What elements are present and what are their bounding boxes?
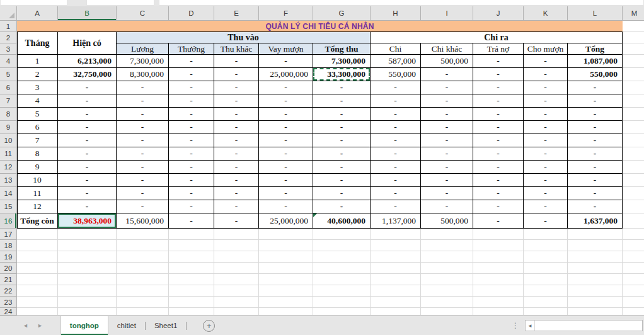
row-header-1[interactable]: 1 (0, 21, 17, 32)
cell-I17[interactable] (421, 229, 473, 240)
cell-E23[interactable] (214, 297, 259, 308)
cell-M14[interactable] (623, 187, 644, 200)
cell-H8[interactable]: - (371, 108, 421, 121)
row-header-11[interactable]: 11 (0, 147, 17, 161)
row-header-14[interactable]: 14 (0, 187, 17, 200)
cell-I10[interactable]: - (421, 134, 473, 147)
row-header-22[interactable]: 22 (0, 285, 17, 297)
cell-A5[interactable]: 2 (17, 68, 58, 81)
cell-F8[interactable]: - (259, 108, 313, 121)
cell-F18[interactable] (259, 240, 313, 251)
cell-K15[interactable]: - (524, 200, 568, 213)
cell-G20[interactable] (313, 263, 371, 274)
cell-J24[interactable] (473, 308, 524, 315)
cell-G22[interactable] (313, 285, 371, 297)
cell-F5[interactable]: 25,000,000 (259, 68, 313, 81)
row-header-17[interactable]: 17 (0, 229, 17, 240)
column-header-H[interactable]: H (371, 6, 421, 21)
cell-B15[interactable]: - (58, 200, 117, 213)
cell-D13[interactable]: - (169, 174, 214, 187)
column-header-E[interactable]: E (214, 6, 259, 21)
cell-M3[interactable] (623, 43, 644, 55)
cell-K12[interactable]: - (524, 161, 568, 174)
cell-M5[interactable] (623, 68, 644, 81)
cell-M13[interactable] (623, 174, 644, 187)
horizontal-scrollbar[interactable]: ◄ (525, 320, 643, 331)
cell-K21[interactable] (524, 274, 568, 285)
cell-D7[interactable]: - (169, 94, 214, 108)
cell-A9[interactable]: 6 (17, 121, 58, 134)
cell-C19[interactable] (117, 251, 169, 263)
cell-F10[interactable]: - (259, 134, 313, 147)
row-header-8[interactable]: 8 (0, 108, 17, 121)
cell-L13[interactable]: - (568, 174, 623, 187)
cell-A22[interactable] (17, 285, 58, 297)
cell-L17[interactable] (568, 229, 623, 240)
cell-L15[interactable]: - (568, 200, 623, 213)
cell-D6[interactable]: - (169, 81, 214, 94)
cell-C24[interactable] (117, 308, 169, 315)
sheet-tab-chitiet[interactable]: chitiet (108, 316, 145, 335)
cell-B17[interactable] (58, 229, 117, 240)
cell-J19[interactable] (473, 251, 524, 263)
row-header-6[interactable]: 6 (0, 81, 17, 94)
cell-M8[interactable] (623, 108, 644, 121)
cell-B7[interactable]: - (58, 94, 117, 108)
cell-K6[interactable]: - (524, 81, 568, 94)
cell-C7[interactable]: - (117, 94, 169, 108)
cell-D21[interactable] (169, 274, 214, 285)
cell-E10[interactable]: - (214, 134, 259, 147)
cell-D14[interactable]: - (169, 187, 214, 200)
column-header-M[interactable]: M (623, 6, 644, 21)
cell-K24[interactable] (524, 308, 568, 315)
cell-H24[interactable] (371, 308, 421, 315)
cell-A6[interactable]: 3 (17, 81, 58, 94)
cell-I11[interactable]: - (421, 147, 473, 161)
income-subheader-3[interactable]: Vay mượn (259, 43, 313, 55)
cell-M22[interactable] (623, 285, 644, 297)
formula-input[interactable] (159, 0, 644, 6)
cell-F16[interactable]: 25,000,000 (259, 213, 313, 229)
cell-I20[interactable] (421, 263, 473, 274)
cell-G10[interactable]: - (313, 134, 371, 147)
cell-I7[interactable]: - (421, 94, 473, 108)
cell-K10[interactable]: - (524, 134, 568, 147)
cell-F24[interactable] (259, 308, 313, 315)
income-subheader-0[interactable]: Lương (117, 43, 169, 55)
header-hien-co[interactable]: Hiện có (58, 32, 117, 55)
cell-J17[interactable] (473, 229, 524, 240)
cell-E9[interactable]: - (214, 121, 259, 134)
column-header-J[interactable]: J (473, 6, 524, 21)
cell-D19[interactable] (169, 251, 214, 263)
cell-K13[interactable]: - (524, 174, 568, 187)
expense-subheader-4[interactable]: Tổng (568, 43, 623, 55)
cell-M24[interactable] (623, 308, 644, 315)
cell-M4[interactable] (623, 55, 644, 68)
cell-M1[interactable] (623, 21, 644, 32)
cell-L4[interactable]: 1,087,000 (568, 55, 623, 68)
cell-H17[interactable] (371, 229, 421, 240)
cell-H7[interactable]: - (371, 94, 421, 108)
cell-J23[interactable] (473, 297, 524, 308)
cell-A8[interactable]: 5 (17, 108, 58, 121)
row-header-7[interactable]: 7 (0, 94, 17, 108)
cell-I18[interactable] (421, 240, 473, 251)
cell-F15[interactable]: - (259, 200, 313, 213)
cell-C14[interactable]: - (117, 187, 169, 200)
cell-C17[interactable] (117, 229, 169, 240)
row-header-5[interactable]: 5 (0, 68, 17, 81)
cell-K9[interactable]: - (524, 121, 568, 134)
cell-H6[interactable]: - (371, 81, 421, 94)
cell-E18[interactable] (214, 240, 259, 251)
expense-subheader-0[interactable]: Chi (371, 43, 421, 55)
cell-H20[interactable] (371, 263, 421, 274)
cell-L16[interactable]: 1,637,000 (568, 213, 623, 229)
cell-D23[interactable] (169, 297, 214, 308)
cell-M19[interactable] (623, 251, 644, 263)
cell-F12[interactable]: - (259, 161, 313, 174)
cell-E14[interactable]: - (214, 187, 259, 200)
cell-J4[interactable]: - (473, 55, 524, 68)
cell-D10[interactable]: - (169, 134, 214, 147)
cell-A16[interactable]: Tổng còn (17, 213, 58, 229)
cell-A11[interactable]: 8 (17, 147, 58, 161)
